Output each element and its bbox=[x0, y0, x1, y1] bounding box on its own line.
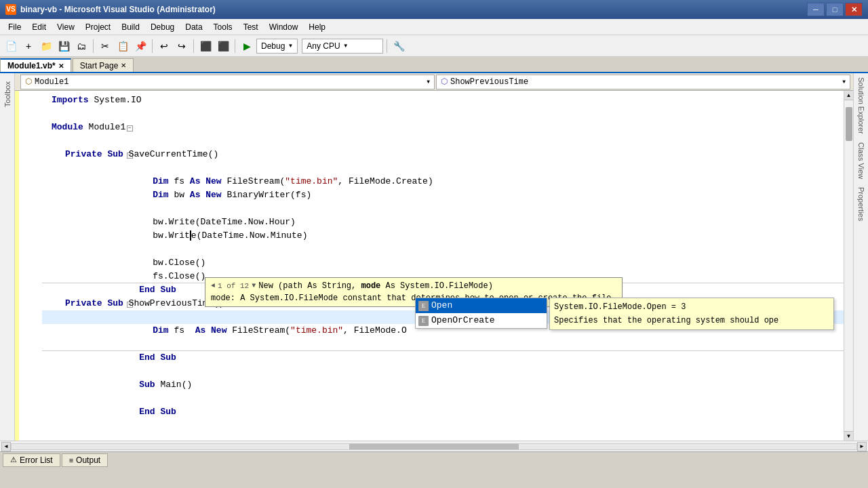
output-tab[interactable]: ≡ Output bbox=[62, 453, 108, 467]
tab-module1-label: Module1.vb* bbox=[7, 61, 56, 70]
autocomplete-item-open[interactable]: E Open bbox=[416, 298, 547, 313]
platform-dropdown[interactable]: Any CPU ▼ bbox=[302, 39, 383, 54]
vertical-scrollbar[interactable]: ▲ ▼ bbox=[844, 91, 853, 441]
scroll-up-button[interactable]: ▲ bbox=[844, 91, 853, 100]
output-label: Output bbox=[76, 455, 100, 465]
menu-test[interactable]: Test bbox=[238, 20, 264, 35]
tab-start-page-close[interactable]: ✕ bbox=[121, 62, 126, 69]
main-layout: Module1.vb* ✕ Start Page ✕ Toolbox ⬡ Mod… bbox=[0, 57, 868, 451]
ac-description-panel: System.IO.FileMode.Open = 3 Specifies th… bbox=[549, 298, 834, 330]
ac-desc-line1: System.IO.FileMode.Open = 3 bbox=[554, 300, 829, 314]
menu-tools[interactable]: Tools bbox=[208, 20, 238, 35]
scroll-down-button[interactable]: ▼ bbox=[844, 431, 853, 441]
menu-project[interactable]: Project bbox=[80, 20, 116, 35]
debug-mode-label: Debug bbox=[261, 41, 285, 51]
tab-start-page[interactable]: Start Page ✕ bbox=[73, 58, 134, 72]
new-project-button[interactable]: 📄 bbox=[3, 38, 19, 54]
open-button[interactable]: 📁 bbox=[38, 38, 54, 54]
debug-mode-dropdown[interactable]: Debug ▼ bbox=[256, 39, 298, 54]
add-item-button[interactable]: + bbox=[20, 38, 37, 54]
method-icon: ⬡ bbox=[441, 77, 448, 87]
editor-container: ⬡ Module1 ▼ ⬡ ShowPreviousTime ▼ bbox=[15, 73, 853, 441]
output-icon: ≡ bbox=[69, 456, 73, 464]
toolbox-label[interactable]: Toolbox bbox=[2, 76, 13, 113]
undo-button[interactable]: ↩ bbox=[156, 38, 172, 54]
window-controls: ─ □ ✕ bbox=[807, 3, 863, 16]
scroll-left-button[interactable]: ◄ bbox=[1, 442, 11, 451]
close-button[interactable]: ✕ bbox=[845, 3, 863, 16]
error-list-tab[interactable]: ⚠ Error List bbox=[3, 453, 60, 467]
code-line-save-sub: − Private Sub SaveCurrentTime() bbox=[42, 148, 844, 161]
menu-edit[interactable]: Edit bbox=[26, 20, 52, 35]
code-line-1: Imports System.IO bbox=[42, 94, 844, 107]
autocomplete-item-openorcreate[interactable]: E OpenOrCreate bbox=[416, 313, 547, 328]
paste-button[interactable]: 📌 bbox=[132, 38, 149, 54]
code-content[interactable]: Imports System.IO − Module Module1 bbox=[15, 91, 844, 441]
menu-data[interactable]: Data bbox=[180, 20, 208, 35]
tab-bar: Module1.vb* ✕ Start Page ✕ bbox=[0, 57, 868, 73]
menu-view[interactable]: View bbox=[52, 20, 80, 35]
autocomplete-item-open-label: Open bbox=[431, 299, 452, 312]
toolbar-separator-1 bbox=[93, 39, 94, 53]
code-line-endmodule: End Module bbox=[42, 419, 844, 432]
horizontal-scroll-thumb[interactable] bbox=[349, 444, 518, 449]
code-line-module: − Module Module1 bbox=[42, 121, 844, 134]
module-dropdown-arrow: ▼ bbox=[427, 79, 430, 85]
horizontal-scroll-track[interactable] bbox=[11, 443, 857, 450]
collapse-module-button[interactable]: − bbox=[127, 125, 133, 131]
tab-start-page-label: Start Page bbox=[80, 61, 119, 70]
save-button[interactable]: 💾 bbox=[56, 38, 72, 54]
redo-button[interactable]: ↪ bbox=[174, 38, 190, 54]
method-label: ShowPreviousTime bbox=[450, 77, 528, 87]
module-icon: ⬡ bbox=[25, 77, 32, 87]
code-line-endsub3: End Sub bbox=[42, 392, 844, 405]
module-dropdown[interactable]: ⬡ Module1 ▼ bbox=[20, 75, 435, 89]
autocomplete-item-openorcreate-label: OpenOrCreate bbox=[431, 314, 495, 327]
code-line-endsub2: End Sub bbox=[42, 338, 844, 351]
debug-mode-arrow: ▼ bbox=[288, 43, 293, 49]
method-dropdown[interactable]: ⬡ ShowPreviousTime ▼ bbox=[436, 75, 850, 89]
code-editor[interactable]: Imports System.IO − Module Module1 bbox=[15, 91, 853, 441]
class-view-label[interactable]: Class View bbox=[856, 138, 867, 183]
tooltip-signature: New (path As String, mode As System.IO.F… bbox=[258, 280, 493, 292]
toolbar-separator-4 bbox=[235, 39, 235, 53]
menu-file[interactable]: File bbox=[3, 20, 26, 35]
scroll-right-button[interactable]: ► bbox=[857, 442, 867, 451]
start-button[interactable]: ▶ bbox=[239, 38, 255, 54]
menu-build[interactable]: Build bbox=[116, 20, 145, 35]
ac-desc-line2: Specifies that the operating system shou… bbox=[554, 314, 829, 327]
title-bar: VS binary-vb - Microsoft Visual Studio (… bbox=[0, 0, 868, 19]
copy-button[interactable]: 📋 bbox=[115, 38, 131, 54]
code-line-dimbw: Dim bw As New BinaryWriter(fs) bbox=[42, 175, 844, 188]
autocomplete-dropdown[interactable]: E Open E OpenOrCreate bbox=[415, 298, 547, 329]
navigate-back-button[interactable]: ⬛ bbox=[197, 38, 214, 54]
scroll-thumb-v[interactable] bbox=[846, 107, 852, 141]
code-line-main: Sub Main() bbox=[42, 365, 844, 378]
menu-window[interactable]: Window bbox=[264, 20, 304, 35]
code-line-blank-9 bbox=[42, 405, 844, 419]
toolbar: 📄 + 📁 💾 🗂 ✂ 📋 📌 ↩ ↪ ⬛ ⬛ ▶ Debug ▼ Any CP… bbox=[0, 35, 868, 57]
platform-arrow: ▼ bbox=[343, 43, 349, 49]
tooltip-nav-left[interactable]: ◄ bbox=[211, 280, 215, 292]
error-list-label: Error List bbox=[20, 455, 53, 465]
tab-module1-close[interactable]: ✕ bbox=[58, 62, 64, 70]
navigate-forward-button[interactable]: ⬛ bbox=[215, 38, 231, 54]
status-tabs: ⚠ Error List ≡ Output bbox=[0, 451, 868, 468]
properties-label[interactable]: Properties bbox=[856, 183, 867, 225]
openorcreate-item-icon: E bbox=[418, 316, 429, 326]
menu-debug[interactable]: Debug bbox=[145, 20, 180, 35]
menu-help[interactable]: Help bbox=[303, 20, 331, 35]
tab-module1[interactable]: Module1.vb* ✕ bbox=[0, 58, 71, 72]
code-line-bwwrite1: bw.Write(DateTime.Now.Hour) bbox=[42, 202, 844, 216]
code-line-fsclose: fs.Close() bbox=[42, 256, 844, 270]
maximize-button[interactable]: □ bbox=[826, 3, 844, 16]
left-sidebar: Toolbox bbox=[0, 73, 15, 441]
window-title: binary-vb - Microsoft Visual Studio (Adm… bbox=[20, 5, 807, 14]
solution-explorer-label[interactable]: Solution Explorer bbox=[856, 73, 867, 138]
tooltip-nav-right[interactable]: ▼ bbox=[252, 280, 256, 292]
save-all-button[interactable]: 🗂 bbox=[73, 38, 90, 54]
minimize-button[interactable]: ─ bbox=[807, 3, 825, 16]
platform-label: Any CPU bbox=[307, 41, 340, 51]
cut-button[interactable]: ✂ bbox=[97, 38, 113, 54]
solution-explorer-button[interactable]: 🔧 bbox=[391, 38, 407, 54]
